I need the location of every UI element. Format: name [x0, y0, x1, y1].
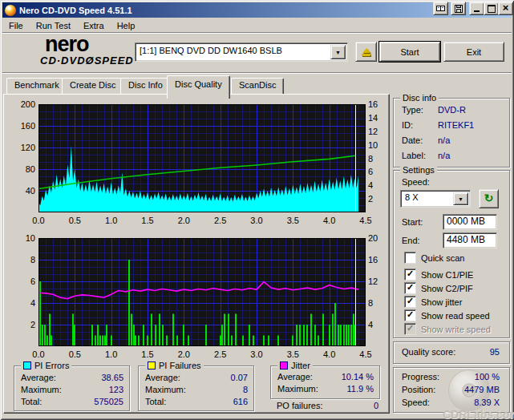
exit-button[interactable]: Exit	[443, 42, 504, 62]
menu-bar: File Run Test Extra Help	[2, 18, 512, 34]
stat-label: Average:	[145, 373, 180, 382]
speed-label: Speed:	[402, 177, 430, 187]
axis-tick-label: 16	[368, 99, 389, 109]
disc-label-label: Label:	[402, 151, 426, 160]
axis-tick-label: 6	[10, 277, 35, 286]
minimize-button[interactable]	[469, 2, 484, 15]
close-button[interactable]: ×	[498, 2, 513, 15]
pi-failures-panel: PI Failures Average:0.07 Maximum:8 Total…	[138, 365, 254, 411]
menu-run-test[interactable]: Run Test	[30, 19, 77, 32]
quality-score-value: 95	[490, 347, 500, 357]
disc-id-value: RITEKF1	[438, 120, 474, 130]
chevron-down-icon[interactable]: ▼	[453, 192, 468, 205]
tab-disc-quality[interactable]: Disc Quality	[167, 75, 230, 99]
save-button[interactable]	[451, 2, 466, 15]
axis-tick-label: 8	[368, 298, 389, 308]
start-button[interactable]: Start	[379, 42, 440, 62]
start-position-input[interactable]: 0000 MB	[443, 214, 497, 230]
pi-errors-legend-icon	[23, 361, 31, 370]
drive-select[interactable]: [1:1] BENQ DVD DD DW1640 BSLB ▼	[135, 42, 348, 62]
axis-tick-label: 4.5	[354, 349, 378, 359]
end-position-input[interactable]: 4480 MB	[443, 232, 497, 248]
settings-title: Settings	[400, 165, 437, 175]
chevron-down-icon[interactable]: ▼	[330, 45, 346, 59]
checkbox-show-jitter[interactable]: ✓ Show jitter	[404, 296, 462, 308]
axis-tick-label: 4.0	[318, 216, 342, 225]
pi-failures-jitter-chart	[38, 238, 366, 346]
checkbox-icon: ✓	[404, 269, 416, 281]
axis-tick-label: 2.5	[208, 349, 233, 359]
stat-label: Average:	[21, 373, 56, 382]
axis-tick-label: 1.0	[99, 349, 123, 359]
checkbox-quick-scan[interactable]: ✓ Quick scan	[404, 252, 464, 264]
axis-tick-label: 2.5	[208, 216, 233, 225]
axis-tick-label: 2	[368, 194, 389, 204]
axis-tick-label: 1.5	[136, 216, 160, 225]
axis-tick-label: 0.0	[26, 349, 51, 359]
axis-tick-label: 4	[368, 320, 389, 329]
stat-label: Total:	[145, 397, 166, 406]
stat-value: 10.14 %	[342, 372, 374, 382]
menu-extra[interactable]: Extra	[77, 19, 111, 32]
quality-score-panel: Quality score: 95	[393, 341, 510, 364]
progress-label: Progress:	[402, 372, 439, 382]
axis-tick-label: 2.0	[172, 216, 196, 225]
menu-help[interactable]: Help	[111, 19, 142, 32]
compare-button[interactable]	[433, 2, 448, 15]
refresh-speed-button[interactable]: ↻	[479, 189, 499, 208]
speed-readout-value: 8.39 X	[474, 398, 500, 407]
start-position-label: Start:	[402, 217, 423, 227]
maximize-icon	[488, 5, 496, 13]
checkbox-show-write-speed: ✓ Show write speed	[404, 323, 491, 335]
menu-file[interactable]: File	[2, 19, 30, 32]
checkbox-icon: ✓	[404, 323, 416, 335]
pi-failures-legend-icon	[148, 361, 156, 370]
stat-label: Average:	[277, 372, 313, 382]
stat-label: Maximum:	[277, 384, 318, 394]
jitter-legend-icon	[280, 361, 288, 370]
axis-tick-label: 4	[368, 180, 389, 190]
book-icon	[436, 5, 445, 12]
stat-label: Total:	[21, 397, 42, 406]
axis-tick-label: 120	[10, 143, 35, 152]
disc-id-label: ID:	[402, 120, 413, 130]
speed-readout-label: Speed:	[402, 398, 430, 407]
stat-value: 123	[109, 385, 123, 394]
close-icon: ×	[503, 2, 509, 14]
axis-tick-label: 80	[10, 164, 35, 174]
axis-tick-label: 3.5	[281, 349, 305, 359]
jitter-title: Jitter	[291, 361, 310, 370]
cdspeed-logo: CD·DVDØSPEED	[40, 55, 134, 67]
axis-tick-label: 3.5	[281, 216, 305, 225]
header-separator	[2, 72, 512, 74]
stat-value: 38.65	[101, 373, 123, 382]
checkbox-show-c1-pie[interactable]: ✓ Show C1/PIE	[404, 269, 473, 281]
checkbox-icon: ✓	[404, 296, 416, 308]
axis-tick-label: 4	[10, 298, 35, 308]
jitter-panel: Jitter Average:10.14 % Maximum:11.9 %	[270, 365, 380, 399]
watermark: CDRLabs.com	[443, 408, 514, 420]
position-value: 4479 MB	[464, 385, 500, 394]
disc-info-panel: Disc info Type: DVD-R ID: RITEKF1 Date: …	[393, 98, 510, 168]
checkbox-show-c2-pif[interactable]: ✓ Show C2/PIF	[404, 282, 473, 294]
axis-tick-label: 6	[368, 167, 389, 176]
app-icon	[5, 5, 16, 16]
end-position-label: End:	[402, 236, 420, 245]
axis-tick-label: 160	[10, 121, 35, 131]
refresh-icon: ↻	[484, 192, 494, 204]
eject-button[interactable]	[355, 42, 377, 62]
settings-panel: Settings Speed: 8 X ▼ ↻ Start: 0000 MB E…	[393, 170, 510, 338]
axis-tick-label: 8	[368, 154, 389, 164]
speed-select[interactable]: 8 X ▼	[400, 190, 471, 208]
axis-tick-label: 4.0	[318, 349, 342, 359]
stat-value: 11.9 %	[347, 384, 374, 394]
window-title: Nero CD-DVD Speed 4.51.1	[19, 6, 132, 15]
axis-tick-label: 2	[10, 320, 35, 329]
axis-tick-label: 20	[368, 233, 389, 243]
maximize-button[interactable]	[484, 2, 499, 15]
axis-tick-label: 0.0	[26, 216, 51, 225]
axis-tick-label: 200	[10, 99, 35, 109]
axis-tick-label: 3.0	[245, 349, 269, 359]
stat-value: 0.07	[231, 373, 248, 382]
checkbox-show-read-speed[interactable]: ✓ Show read speed	[404, 309, 490, 321]
